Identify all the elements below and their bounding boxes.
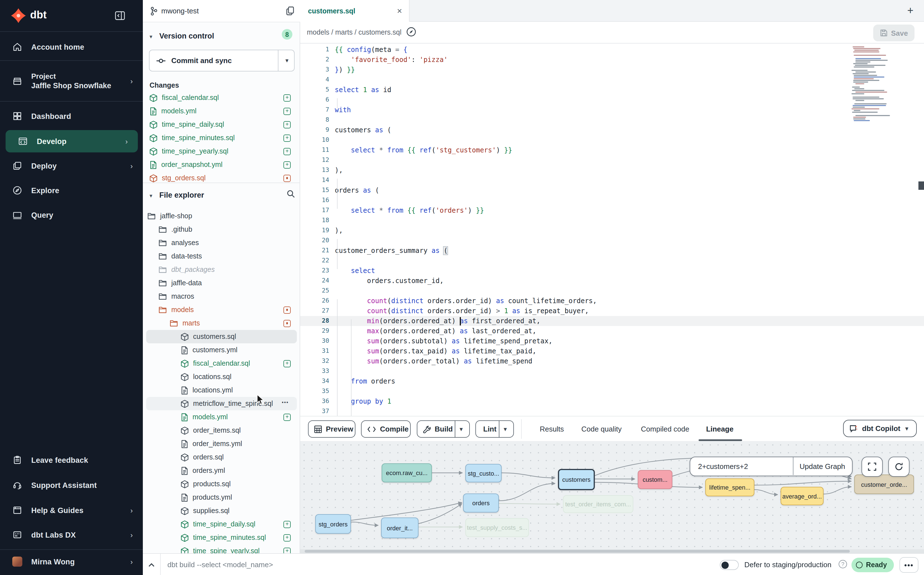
minimap[interactable] [851,44,893,123]
file-tree-item-customers-sql[interactable]: customers.sql [146,330,297,343]
file-tree-item-jaffle-shop[interactable]: jaffle-shop [146,209,297,223]
build-button[interactable]: Build▾ [417,420,470,438]
defer-toggle[interactable] [720,560,739,570]
branch-name[interactable]: mwong-test [161,7,199,15]
lineage-node-order-it[interactable]: order_it... [381,518,418,538]
change-row[interactable]: models.yml+ [149,105,293,118]
file-tree-item-orders-sql[interactable]: orders.sql [146,451,297,464]
lineage-node-custom[interactable]: custom... [638,470,672,489]
sidebar-item-query[interactable]: Query [0,204,143,226]
stage-add-icon[interactable]: + [284,521,291,528]
file-tree-item-supplies-sql[interactable]: supplies.sql [146,504,297,518]
chevron-down-icon[interactable]: ▾ [285,57,288,64]
lineage-node-average-ord[interactable]: average_ord... [781,487,824,505]
file-tree-item-data-tests[interactable]: data-tests [146,249,297,263]
collapse-sidebar-icon[interactable] [115,11,125,22]
file-tree-item-macros[interactable]: macros [146,290,297,303]
file-tree-item-time-spine-yearly-sql[interactable]: time_spine_yearly.sql+ [146,544,297,553]
file-tree-item-models-yml[interactable]: models.yml+ [146,410,297,424]
stage-add-icon[interactable]: + [284,547,291,553]
sidebar-item-develop[interactable]: Develop› [6,130,138,152]
row-options-button[interactable]: ••• [282,400,289,405]
change-row[interactable]: order_snapshot.yml+ [149,158,293,172]
sidebar-item-leave-feedback[interactable]: Leave feedback [0,449,143,471]
file-tree-item-products-yml[interactable]: products.yml [146,491,297,504]
file-tree-item-fiscal-calendar-sql[interactable]: fiscal_calendar.sql+ [146,357,297,370]
compile-button[interactable]: Compile [361,420,410,438]
save-button[interactable]: Save [873,25,914,41]
dbt-logo-icon[interactable] [10,7,27,24]
breadcrumb[interactable]: models / marts / customers.sql [307,29,401,36]
explore-lineage-icon[interactable] [406,27,416,39]
change-row[interactable]: time_spine_minutes.sql+ [149,131,293,145]
refresh-button[interactable] [888,457,910,477]
tab-results[interactable]: Results [540,420,564,438]
sidebar-item-dbt-labs-dx[interactable]: dbt Labs DX› [0,524,143,546]
close-icon[interactable]: ✕ [397,7,402,15]
chevron-down-icon[interactable]: ▾ [460,426,463,432]
command-input[interactable]: dbt build --select <model_name> [167,561,273,569]
lineage-node-orders[interactable]: orders [463,494,499,513]
change-row[interactable]: fiscal_calendar.sql+ [149,91,293,105]
file-tree-item--github[interactable]: .github [146,223,297,236]
info-icon[interactable]: ? [838,560,847,568]
stage-add-icon[interactable]: + [284,360,291,367]
version-control-section-header[interactable]: ▾ Version control [149,31,214,41]
tab-compiled-code[interactable]: Compiled code [641,420,689,438]
file-explorer-section-header[interactable]: ▾ File explorer [149,190,204,200]
change-row[interactable]: time_spine_daily.sql+ [149,118,293,131]
file-tree-item-jaffle-data[interactable]: jaffle-data [146,276,297,290]
change-row[interactable]: stg_orders.sql [149,172,293,183]
sidebar-item-support-assistant[interactable]: Support Assistant [0,474,143,496]
file-tree-item-order-items-yml[interactable]: order_items.yml [146,437,297,451]
sidebar-item-dashboard[interactable]: Dashboard [0,105,143,127]
sidebar-item-explore[interactable]: Explore [0,179,143,202]
stage-add-icon[interactable]: + [284,161,291,168]
tab-customers-sql[interactable]: customers.sql ✕ [300,0,410,22]
file-tree-item-locations-sql[interactable]: locations.sql [146,370,297,383]
file-tree-item-dbt-packages[interactable]: dbt_packages [146,263,297,276]
search-icon[interactable] [286,189,295,200]
file-tree-item-orders-yml[interactable]: orders.yml [146,464,297,477]
sidebar-item-deploy[interactable]: Deploy› [0,155,143,177]
file-tree-item-metricflow-time-spine-sql[interactable]: metricflow_time_spine.sql••• [146,397,297,410]
file-tree-item-time-spine-minutes-sql[interactable]: time_spine_minutes.sql+ [146,531,297,544]
more-options-button[interactable]: ••• [899,557,918,573]
tab-code-quality[interactable]: Code quality [582,420,622,438]
lineage-node-ecom-raw-cu[interactable]: ecom.raw_cu... [382,463,432,482]
stage-add-icon[interactable]: + [284,134,291,141]
lineage-node-stg-custo[interactable]: stg_custo... [465,464,502,482]
lineage-node-customer-orde[interactable]: customer_orde... [854,475,914,494]
lint-button[interactable]: Lint▾ [475,420,514,438]
file-tree-item-locations-yml[interactable]: locations.yml [146,383,297,397]
new-tab-button[interactable]: + [907,5,913,17]
user-menu[interactable]: Mirna Wong › [0,551,143,572]
sidebar-item-project[interactable]: ProjectJaffle Shop Snowflake› [0,66,143,96]
copy-icon[interactable] [286,6,295,18]
lineage-selector-input[interactable]: 2+customers+2 Update Graph [689,457,853,476]
stage-add-icon[interactable]: + [284,108,291,115]
tab-lineage[interactable]: Lineage [706,420,734,438]
fullscreen-button[interactable] [862,457,883,477]
commit-and-sync-button[interactable]: Commit and sync ▾ [149,50,295,71]
file-tree-item-order-items-sql[interactable]: order_items.sql [146,424,297,437]
modified-icon[interactable] [284,175,291,182]
horizontal-scrollbar[interactable] [300,549,924,553]
sidebar-item-help-guides[interactable]: Help & Guides› [0,499,143,521]
file-tree-item-analyses[interactable]: analyses [146,236,297,249]
change-row[interactable]: time_spine_yearly.sql+ [149,145,293,158]
sidebar-item-account-home[interactable]: Account home [0,36,143,58]
stage-add-icon[interactable]: + [284,534,291,541]
file-tree-item-products-sql[interactable]: products.sql [146,477,297,491]
modified-icon[interactable] [284,319,291,327]
dbt-copilot-button[interactable]: dbt Copilot ▾ [843,420,917,437]
file-tree-item-time-spine-daily-sql[interactable]: time_spine_daily.sql+ [146,518,297,531]
lineage-node-customers[interactable]: customers [558,469,595,490]
code-editor[interactable]: 1234567891011121314151617181920212223242… [300,44,924,416]
chevron-down-icon[interactable]: ▾ [504,426,507,432]
scrollbar-thumb[interactable] [918,181,924,190]
file-tree-item-models[interactable]: models [146,303,297,316]
update-graph-button[interactable]: Update Graph [800,462,845,470]
file-tree-item-marts[interactable]: marts [146,316,297,330]
stage-add-icon[interactable]: + [284,94,291,101]
